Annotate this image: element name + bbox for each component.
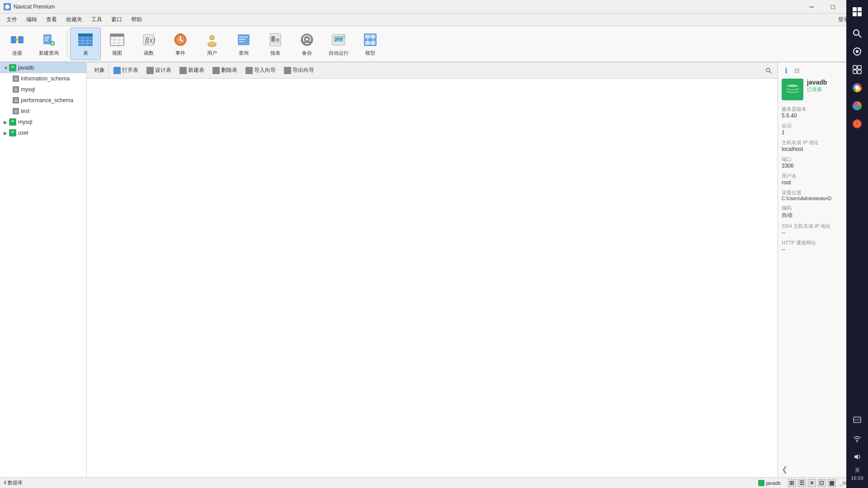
taskbar-lang-area: 英 [855,467,860,474]
info-icon-button2[interactable]: ⊟ [793,66,802,75]
taskbar-notifications-icon[interactable] [849,413,865,429]
tree-item-javadb[interactable]: ▼ javadb [0,62,86,73]
import-wizard-button[interactable]: 导入向导 [242,65,279,75]
status-detail-view[interactable]: ≡ [808,479,816,487]
arrow-user: ▶ [4,131,9,136]
another-app-icon[interactable] [849,116,865,132]
arrow-javadb: ▼ [4,66,9,70]
model-icon [362,32,378,48]
minimize-button[interactable]: ─ [802,0,822,14]
new-table-icon [179,67,187,74]
function-icon: f(x) [141,32,157,48]
open-table-button[interactable]: 打开表 [110,65,142,75]
tree-item-user[interactable]: ▶ user [0,127,86,138]
toolbar-view[interactable]: 视图 [102,28,132,60]
user-conn-label: user [18,130,28,136]
windows-start-icon[interactable] [849,4,865,20]
svg-point-33 [179,39,181,41]
javadb-label: javadb [18,65,34,71]
info-icon-button[interactable]: ℹ [782,66,791,75]
content-body [87,79,778,477]
status-icon-view[interactable]: ⊡ [818,479,826,487]
javadb-icon [9,64,16,71]
app-title: Navicat Premium [14,4,802,10]
content-area: 对象 打开表 设计表 新建表 删除表 导入向导 [87,62,778,477]
export-wizard-button[interactable]: 导出向导 [280,65,318,75]
backup-icon [299,32,315,48]
tree-item-mysql-schema[interactable]: mysql [0,84,86,95]
design-table-button[interactable]: 设计表 [143,65,175,75]
menu-tools[interactable]: 工具 [87,14,107,25]
taskbar-volume-icon[interactable] [849,449,865,465]
main-area: ▼ javadb information_schema mysql [0,62,868,477]
info-db-status: 已连接 [807,86,827,93]
svg-rect-80 [853,12,857,16]
svg-point-5 [17,39,19,41]
event-icon [172,32,189,48]
tree-item-mysql-conn[interactable]: ▶ mysql [0,117,86,127]
svg-rect-55 [365,35,370,38]
svg-rect-75 [114,67,119,73]
schema-icon-test [13,108,19,114]
windows-search-icon[interactable] [849,25,865,42]
svg-rect-86 [853,66,857,69]
menu-window[interactable]: 窗口 [107,14,127,25]
new-table-button[interactable]: 新建表 [176,65,208,75]
menu-favorites[interactable]: 收藏夹 [61,14,87,25]
svg-marker-99 [854,454,858,460]
collapse-panel-button[interactable]: ❮ [782,465,788,474]
schema-label-info: information_schema [21,75,70,82]
svg-point-37 [210,35,214,39]
svg-point-68 [14,89,18,91]
toolbar-table[interactable]: 表 [70,28,101,60]
database-tree: ▼ javadb information_schema mysql [0,62,86,477]
svg-point-0 [5,5,9,9]
toolbar-connect[interactable]: 连接 [2,28,33,60]
taskbar-lang-label[interactable]: 英 [855,467,860,474]
toolbar-auto-run[interactable]: 自动运行 [323,28,354,60]
open-table-icon [113,67,121,74]
svg-rect-79 [858,7,862,11]
svg-point-95 [855,122,859,126]
chrome-icon[interactable] [849,80,865,96]
status-columns-view[interactable]: ▦ [828,479,836,487]
tree-item-information-schema[interactable]: information_schema [0,73,86,84]
toolbar-model[interactable]: 模型 [355,28,386,60]
status-db-name: javadb [766,480,781,486]
status-grid-view[interactable]: ⊞ [788,479,796,487]
svg-point-71 [14,100,18,102]
status-bar: 4 数据库 javadb ⊞ ☰ ≡ ⊡ ▦ _46178251 [0,477,868,488]
taskbar-time-value: 16:59 [851,475,863,481]
menu-bar: 文件 编辑 查看 收藏夹 工具 窗口 帮助 登录 [0,14,868,26]
schema-icon-perf [13,97,19,103]
toolbar-query[interactable]: 查询 [228,28,259,60]
sidebar: ▼ javadb information_schema mysql [0,62,87,477]
menu-help[interactable]: 帮助 [127,14,146,25]
status-list-view[interactable]: ☰ [798,479,806,487]
tree-item-perf-schema[interactable]: performance_schema [0,95,86,106]
svg-line-83 [859,35,861,38]
svg-line-77 [769,71,771,73]
user-icon [204,32,220,48]
team-app-icon[interactable] [849,98,865,114]
schema-label-test: test [21,108,29,114]
windows-apps-icon[interactable] [849,61,865,78]
toolbar-function[interactable]: f(x) 函数 [133,28,164,60]
delete-table-button[interactable]: 删除表 [209,65,241,75]
windows-taskview-icon[interactable] [849,43,865,60]
search-button[interactable] [763,65,774,76]
menu-file[interactable]: 文件 [2,14,22,25]
svg-point-74 [14,111,18,113]
toolbar-event[interactable]: 事件 [165,28,196,60]
toolbar-user[interactable]: 用户 [197,28,227,60]
taskbar-wifi-icon[interactable] [849,431,865,447]
user-conn-icon [9,129,16,136]
toolbar-backup[interactable]: 备份 [292,28,322,60]
toolbar-new-query[interactable]: 新建查询 [33,28,64,60]
toolbar-report[interactable]: 报表 [260,28,291,60]
menu-edit[interactable]: 编辑 [22,14,42,25]
menu-view[interactable]: 查看 [42,14,61,25]
tree-item-test-schema[interactable]: test [0,106,86,117]
restore-button[interactable]: □ [823,0,843,14]
svg-rect-44 [271,36,275,42]
